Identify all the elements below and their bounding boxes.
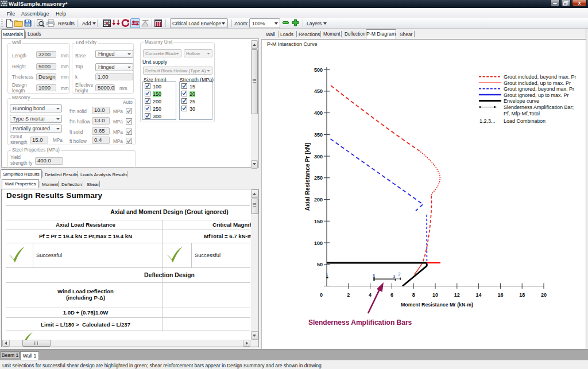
svg-text:Envelope curve: Envelope curve [504,98,539,104]
svg-text:Axial Resistance Pr [kN]: Axial Resistance Pr [kN] [304,143,311,211]
svg-text:Grout included, beyond max. Pr: Grout included, beyond max. Pr [504,74,577,80]
svg-text:6: 6 [390,292,393,298]
svg-text:Moment Resistance Mr (kN-m): Moment Resistance Mr (kN-m) [401,302,473,308]
svg-text:8: 8 [412,292,415,298]
svg-text:2: 2 [399,272,401,276]
svg-text:Grout ignored, up to max. Pr: Grout ignored, up to max. Pr [504,92,569,98]
svg-text:3: 3 [393,274,396,278]
svg-text:Grout ignored, beyond max. Pr: Grout ignored, beyond max. Pr [504,86,574,92]
svg-text:Slenderness Amplification Bars: Slenderness Amplification Bars [308,318,412,327]
svg-text:0: 0 [320,292,323,298]
svg-text:14: 14 [476,292,482,298]
svg-text:500: 500 [314,67,323,73]
svg-text:P-M Interaction Curve: P-M Interaction Curve [267,41,318,47]
svg-text:1,2,3...: 1,2,3... [479,118,496,124]
svg-text:Pf, Mfp-Mf,Total: Pf, Mfp-Mf,Total [504,111,540,116]
svg-text:18: 18 [519,292,525,298]
svg-text:100: 100 [314,240,323,246]
svg-text:50: 50 [317,262,323,267]
svg-text:Load Combination: Load Combination [504,118,546,124]
svg-text:Grout included, up to max. Pr: Grout included, up to max. Pr [504,80,571,86]
svg-text:400: 400 [314,110,323,116]
svg-text:350: 350 [314,132,323,138]
svg-text:8: 8 [373,274,375,278]
svg-text:450: 450 [314,88,323,94]
svg-text:250: 250 [314,175,323,181]
svg-text:4: 4 [369,292,372,298]
svg-text:150: 150 [314,219,323,224]
svg-text:2: 2 [347,292,350,298]
svg-text:1: 1 [326,273,328,277]
svg-text:20: 20 [541,292,547,298]
svg-text:300: 300 [314,154,323,160]
svg-text:10: 10 [432,292,438,298]
svg-text:Slenderness Amplification Bar;: Slenderness Amplification Bar; [504,104,574,110]
svg-text:200: 200 [314,197,323,203]
svg-text:12: 12 [454,292,460,298]
svg-text:16: 16 [497,292,503,298]
